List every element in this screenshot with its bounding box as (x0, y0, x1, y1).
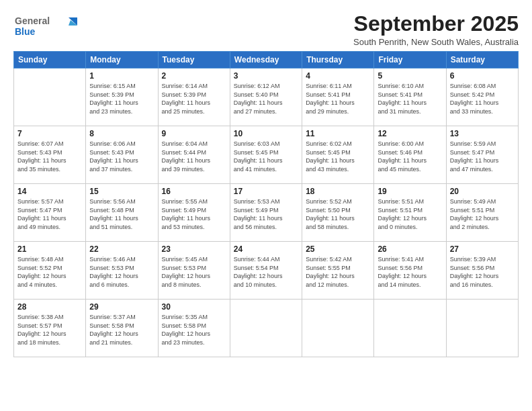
cell-w1-d2: 1Sunrise: 6:15 AM Sunset: 5:39 PM Daylig… (86, 68, 158, 126)
week-row-4: 21Sunrise: 5:48 AM Sunset: 5:52 PM Dayli… (14, 242, 519, 300)
cell-w2-d4: 10Sunrise: 6:03 AM Sunset: 5:45 PM Dayli… (230, 126, 302, 184)
day-number-30: 30 (162, 302, 226, 312)
day-info-21: Sunrise: 5:48 AM Sunset: 5:52 PM Dayligh… (17, 255, 82, 289)
day-info-2: Sunrise: 6:14 AM Sunset: 5:39 PM Dayligh… (162, 82, 226, 116)
day-number-19: 19 (378, 187, 442, 196)
day-number-17: 17 (234, 187, 298, 196)
location: South Penrith, New South Wales, Australi… (353, 37, 519, 47)
week-row-1: 1Sunrise: 6:15 AM Sunset: 5:39 PM Daylig… (14, 68, 519, 126)
logo-text: General Blue (13, 12, 87, 43)
day-info-16: Sunrise: 5:55 AM Sunset: 5:49 PM Dayligh… (162, 197, 226, 231)
page: General Blue September 2025 South Penrit… (0, 0, 532, 411)
day-number-12: 12 (378, 129, 442, 138)
cell-w3-d4: 17Sunrise: 5:53 AM Sunset: 5:49 PM Dayli… (230, 184, 302, 242)
day-number-9: 9 (162, 129, 226, 138)
day-info-28: Sunrise: 5:38 AM Sunset: 5:57 PM Dayligh… (17, 313, 82, 347)
day-number-26: 26 (378, 244, 442, 254)
day-number-28: 28 (17, 302, 82, 312)
cell-w4-d6: 26Sunrise: 5:41 AM Sunset: 5:56 PM Dayli… (374, 242, 446, 300)
day-number-3: 3 (234, 71, 298, 81)
day-number-1: 1 (89, 71, 154, 81)
cell-w3-d5: 18Sunrise: 5:52 AM Sunset: 5:50 PM Dayli… (302, 184, 374, 242)
cell-w5-d3: 30Sunrise: 5:35 AM Sunset: 5:58 PM Dayli… (158, 300, 230, 357)
cell-w4-d5: 25Sunrise: 5:42 AM Sunset: 5:55 PM Dayli… (302, 242, 374, 300)
col-friday: Friday (374, 52, 446, 68)
day-info-27: Sunrise: 5:39 AM Sunset: 5:56 PM Dayligh… (450, 255, 515, 289)
day-number-7: 7 (17, 129, 82, 138)
day-number-11: 11 (306, 129, 370, 138)
calendar-header-row: Sunday Monday Tuesday Wednesday Thursday… (14, 52, 519, 68)
day-info-7: Sunrise: 6:07 AM Sunset: 5:43 PM Dayligh… (17, 140, 82, 173)
day-number-14: 14 (17, 187, 82, 196)
day-number-21: 21 (17, 244, 82, 254)
cell-w3-d1: 14Sunrise: 5:57 AM Sunset: 5:47 PM Dayli… (14, 184, 86, 242)
cell-w5-d2: 29Sunrise: 5:37 AM Sunset: 5:58 PM Dayli… (86, 300, 158, 357)
day-info-5: Sunrise: 6:10 AM Sunset: 5:41 PM Dayligh… (378, 82, 442, 116)
cell-w2-d5: 11Sunrise: 6:02 AM Sunset: 5:45 PM Dayli… (302, 126, 374, 184)
week-row-2: 7Sunrise: 6:07 AM Sunset: 5:43 PM Daylig… (14, 126, 519, 184)
day-info-14: Sunrise: 5:57 AM Sunset: 5:47 PM Dayligh… (17, 197, 82, 231)
day-number-15: 15 (89, 187, 154, 196)
day-info-18: Sunrise: 5:52 AM Sunset: 5:50 PM Dayligh… (306, 197, 370, 231)
day-info-4: Sunrise: 6:11 AM Sunset: 5:41 PM Dayligh… (306, 82, 370, 116)
cell-w4-d1: 21Sunrise: 5:48 AM Sunset: 5:52 PM Dayli… (14, 242, 86, 300)
cell-w1-d1 (14, 68, 86, 126)
day-info-17: Sunrise: 5:53 AM Sunset: 5:49 PM Dayligh… (234, 197, 298, 231)
day-info-15: Sunrise: 5:56 AM Sunset: 5:48 PM Dayligh… (89, 197, 154, 231)
cell-w3-d3: 16Sunrise: 5:55 AM Sunset: 5:49 PM Dayli… (158, 184, 230, 242)
cell-w5-d6 (374, 300, 446, 357)
day-number-16: 16 (162, 187, 226, 196)
month-title: September 2025 (353, 12, 519, 36)
day-number-29: 29 (89, 302, 154, 312)
cell-w5-d5 (302, 300, 374, 357)
logo: General Blue (13, 12, 87, 43)
day-info-30: Sunrise: 5:35 AM Sunset: 5:58 PM Dayligh… (162, 313, 226, 347)
cell-w2-d3: 9Sunrise: 6:04 AM Sunset: 5:44 PM Daylig… (158, 126, 230, 184)
day-info-22: Sunrise: 5:46 AM Sunset: 5:53 PM Dayligh… (89, 255, 154, 289)
day-number-5: 5 (378, 71, 442, 81)
cell-w2-d2: 8Sunrise: 6:06 AM Sunset: 5:43 PM Daylig… (86, 126, 158, 184)
cell-w3-d6: 19Sunrise: 5:51 AM Sunset: 5:51 PM Dayli… (374, 184, 446, 242)
cell-w5-d7 (446, 300, 518, 357)
day-info-9: Sunrise: 6:04 AM Sunset: 5:44 PM Dayligh… (162, 140, 226, 173)
title-block: September 2025 South Penrith, New South … (353, 12, 519, 47)
cell-w4-d3: 23Sunrise: 5:45 AM Sunset: 5:53 PM Dayli… (158, 242, 230, 300)
day-number-10: 10 (234, 129, 298, 138)
cell-w4-d2: 22Sunrise: 5:46 AM Sunset: 5:53 PM Dayli… (86, 242, 158, 300)
cell-w5-d1: 28Sunrise: 5:38 AM Sunset: 5:57 PM Dayli… (14, 300, 86, 357)
day-number-27: 27 (450, 244, 515, 254)
day-info-10: Sunrise: 6:03 AM Sunset: 5:45 PM Dayligh… (234, 140, 298, 173)
day-info-6: Sunrise: 6:08 AM Sunset: 5:42 PM Dayligh… (450, 82, 515, 116)
cell-w1-d6: 5Sunrise: 6:10 AM Sunset: 5:41 PM Daylig… (374, 68, 446, 126)
day-number-18: 18 (306, 187, 370, 196)
col-thursday: Thursday (302, 52, 374, 68)
day-info-12: Sunrise: 6:00 AM Sunset: 5:46 PM Dayligh… (378, 140, 442, 173)
day-info-20: Sunrise: 5:49 AM Sunset: 5:51 PM Dayligh… (450, 197, 515, 231)
day-number-24: 24 (234, 244, 298, 254)
day-info-23: Sunrise: 5:45 AM Sunset: 5:53 PM Dayligh… (162, 255, 226, 289)
day-info-13: Sunrise: 5:59 AM Sunset: 5:47 PM Dayligh… (450, 140, 515, 173)
cell-w3-d7: 20Sunrise: 5:49 AM Sunset: 5:51 PM Dayli… (446, 184, 518, 242)
day-info-3: Sunrise: 6:12 AM Sunset: 5:40 PM Dayligh… (234, 82, 298, 116)
day-info-24: Sunrise: 5:44 AM Sunset: 5:54 PM Dayligh… (234, 255, 298, 289)
day-info-26: Sunrise: 5:41 AM Sunset: 5:56 PM Dayligh… (378, 255, 442, 289)
day-info-19: Sunrise: 5:51 AM Sunset: 5:51 PM Dayligh… (378, 197, 442, 231)
day-number-22: 22 (89, 244, 154, 254)
day-info-11: Sunrise: 6:02 AM Sunset: 5:45 PM Dayligh… (306, 140, 370, 173)
header: General Blue September 2025 South Penrit… (13, 12, 519, 47)
col-tuesday: Tuesday (158, 52, 230, 68)
col-saturday: Saturday (446, 52, 518, 68)
day-info-1: Sunrise: 6:15 AM Sunset: 5:39 PM Dayligh… (89, 82, 154, 116)
cell-w2-d1: 7Sunrise: 6:07 AM Sunset: 5:43 PM Daylig… (14, 126, 86, 184)
col-wednesday: Wednesday (230, 52, 302, 68)
calendar: Sunday Monday Tuesday Wednesday Thursday… (13, 51, 519, 357)
svg-text:Blue: Blue (15, 26, 36, 37)
cell-w2-d7: 13Sunrise: 5:59 AM Sunset: 5:47 PM Dayli… (446, 126, 518, 184)
day-number-8: 8 (89, 129, 154, 138)
day-info-8: Sunrise: 6:06 AM Sunset: 5:43 PM Dayligh… (89, 140, 154, 173)
day-number-25: 25 (306, 244, 370, 254)
day-number-2: 2 (162, 71, 226, 81)
day-number-4: 4 (306, 71, 370, 81)
cell-w1-d5: 4Sunrise: 6:11 AM Sunset: 5:41 PM Daylig… (302, 68, 374, 126)
cell-w1-d7: 6Sunrise: 6:08 AM Sunset: 5:42 PM Daylig… (446, 68, 518, 126)
